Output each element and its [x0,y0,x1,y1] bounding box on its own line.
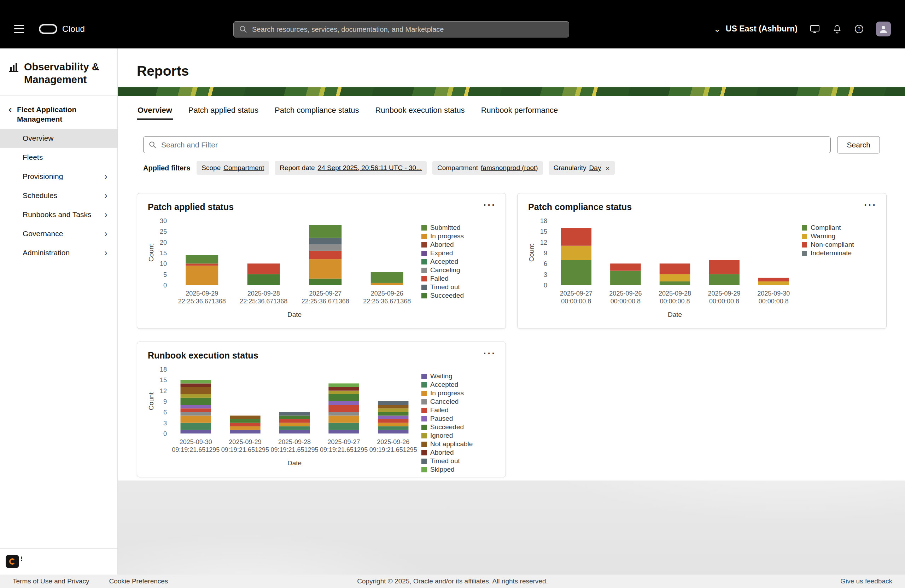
svg-text:18: 18 [160,366,167,373]
svg-text:2025-09-27: 2025-09-27 [560,290,592,297]
legend-item: Failed [421,274,464,283]
display-icon[interactable] [810,24,820,34]
filter-search-input[interactable] [143,137,831,153]
card-menu-icon[interactable]: ⋯ [483,347,495,359]
svg-text:22:25:36.671368: 22:25:36.671368 [363,298,411,305]
sidebar-item-provisioning[interactable]: Provisioning › [0,167,117,186]
bar-segment [309,238,341,244]
bar-segment [329,423,359,430]
legend-swatch-icon [421,425,427,430]
search-button[interactable]: Search [837,136,880,153]
legend-swatch-icon [421,442,427,447]
svg-text:09:19:21.651295: 09:19:21.651295 [320,446,368,453]
main-content: Reports Overview Patch applied status Pa… [118,48,905,575]
card-menu-icon[interactable]: ⋯ [483,199,495,211]
filter-chip-scope[interactable]: Scope Compartment [197,161,269,175]
tab-runbook-performance[interactable]: Runbook performance [480,104,559,120]
region-selector[interactable]: ⌄ US East (Ashburn) [714,24,797,33]
svg-text:00:00:00.8: 00:00:00.8 [709,298,739,305]
svg-text:09:19:21.651295: 09:19:21.651295 [172,446,219,453]
chevron-right-icon: › [104,191,108,200]
svg-text:3: 3 [544,271,547,278]
sidebar-item-administration[interactable]: Administration › [0,243,117,262]
svg-text:Count: Count [528,244,535,262]
bar-segment [181,394,211,398]
card-menu-icon[interactable]: ⋯ [863,199,876,211]
bar-segment [378,426,409,430]
bar-segment [181,430,211,434]
bar-segment [279,415,310,419]
search-icon [148,141,157,149]
notifications-icon[interactable] [832,24,842,34]
sidebar-item-runbooks-and-tasks[interactable]: Runbooks and Tasks › [0,205,117,224]
close-icon[interactable]: × [605,164,610,172]
legend-swatch-icon [421,459,427,464]
bar-segment [660,274,691,281]
svg-text:?: ? [857,26,861,32]
assistant-widget-icon[interactable]: ! [6,555,19,568]
bar-segment [561,246,592,260]
legend-swatch-icon [421,242,427,248]
chart-legend: SubmittedIn progressAbortedExpiredAccept… [421,215,464,319]
svg-text:0: 0 [164,282,167,289]
oracle-logo [39,24,57,34]
tab-patch-compliance-status[interactable]: Patch compliance status [274,104,359,120]
legend-item: In progress [421,232,464,240]
sidebar-item-schedules[interactable]: Schedules › [0,186,117,205]
sidebar-item-governance[interactable]: Governance › [0,224,117,243]
bar-segment [230,426,260,430]
svg-text:2025-09-28: 2025-09-28 [248,290,280,297]
sidebar-item-overview[interactable]: Overview [0,129,117,148]
svg-text:2025-09-26: 2025-09-26 [371,290,403,297]
legend-swatch-icon [421,374,427,379]
svg-text:2025-09-28: 2025-09-28 [659,290,691,297]
filter-chip-report-date[interactable]: Report date 24 Sept 2025, 20:56:11 UTC -… [275,161,427,175]
svg-text:2025-09-26: 2025-09-26 [609,290,641,297]
tab-overview[interactable]: Overview [137,104,173,120]
help-icon[interactable]: ? [854,24,864,34]
legend-item: Ignored [421,431,473,440]
svg-text:Count: Count [148,244,155,262]
cookie-preferences-link[interactable]: Cookie Preferences [109,577,168,585]
svg-text:Date: Date [287,311,302,318]
filter-chip-compartment[interactable]: Compartment famsnonprod (root) [432,161,543,175]
bar-segment [309,259,341,279]
bar-segment [329,391,359,394]
bar-segment [181,405,211,408]
search-icon [239,25,248,33]
bar-segment [378,405,409,408]
bar-segment [230,423,260,426]
bar-segment [279,412,310,415]
svg-text:09:19:21.651295: 09:19:21.651295 [270,446,318,453]
legend-item: Succeeded [421,423,473,431]
svg-text:2025-09-29: 2025-09-29 [229,439,261,445]
svg-text:2025-09-30: 2025-09-30 [757,290,790,297]
tab-patch-applied-status[interactable]: Patch applied status [188,104,259,120]
bar-segment [329,394,359,401]
feedback-link[interactable]: Give us feedback [840,577,892,585]
bar-segment [181,412,211,415]
bar-segment [309,279,341,285]
svg-text:00:00:00.8: 00:00:00.8 [759,298,789,305]
service-title: Observability & Management [24,60,109,86]
svg-text:5: 5 [164,271,167,278]
terms-link[interactable]: Terms of Use and Privacy [13,577,89,585]
legend-swatch-icon [421,251,427,256]
legend-item: Indeterminate [802,249,854,257]
legend-item: Skipped [421,465,473,474]
legend-swatch-icon [421,225,427,230]
svg-text:Date: Date [287,459,302,467]
svg-text:0: 0 [544,282,547,289]
bar-segment [181,380,211,383]
menu-icon[interactable] [14,22,28,36]
tab-runbook-execution-status[interactable]: Runbook execution status [375,104,465,120]
chevron-left-icon[interactable]: ‹ [7,105,13,114]
global-search-input[interactable] [233,21,569,38]
sidebar-item-fleets[interactable]: Fleets [0,148,117,167]
svg-text:2025-09-30: 2025-09-30 [179,439,212,445]
legend-swatch-icon [421,268,427,273]
bar-segment [378,401,409,405]
profile-avatar[interactable] [876,22,891,37]
svg-text:22:25:36.671368: 22:25:36.671368 [240,298,287,305]
filter-chip-granularity[interactable]: Granularity Day × [549,161,615,175]
